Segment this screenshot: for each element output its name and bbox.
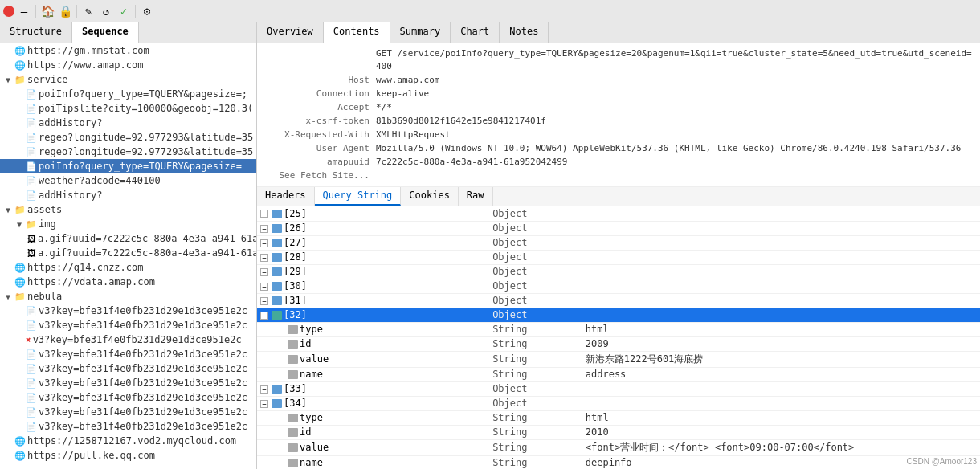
- svg-rect-10: [288, 355, 298, 364]
- data-key-2: −[27]: [257, 235, 489, 250]
- node-icon-15: [286, 426, 300, 438]
- toolbar-settings[interactable]: ⚙: [139, 3, 155, 19]
- tree-text: regeo?longitude=92.977293&latitude=35: [39, 146, 253, 157]
- toolbar-lock[interactable]: 🔒: [57, 3, 73, 19]
- sub-tab-querystring[interactable]: Query String: [315, 187, 402, 206]
- sub-tab-headers[interactable]: Headers: [257, 187, 315, 206]
- tree-item-nb2[interactable]: 📄v3?key=bfe31f4e0fb231d29e1d3ce951e2c: [0, 318, 256, 332]
- sub-tabs: Headers Query String Cookies Raw: [257, 187, 980, 206]
- node-icon-8: [286, 324, 300, 335]
- data-row-1[interactable]: −[26]Object: [257, 221, 980, 235]
- tree-item-regeo1[interactable]: 📄regeo?longitude=92.977293&latitude=35: [0, 130, 256, 145]
- data-row-16[interactable]: valueString<font>营业时间：</font> <font>09:0…: [257, 439, 980, 455]
- sub-tab-cookies[interactable]: Cookies: [401, 187, 459, 206]
- key-text-0: [25]: [284, 208, 307, 219]
- tree-item-cnzz[interactable]: 🌐https://q14.cnzz.com: [0, 260, 256, 275]
- tab-structure[interactable]: Structure: [0, 22, 72, 43]
- data-value-0: [582, 206, 980, 221]
- toolbar-edit[interactable]: ✎: [80, 3, 96, 19]
- data-row-10[interactable]: valueString新港东路1222号601海底捞: [257, 351, 980, 367]
- data-row-6[interactable]: −[31]Object: [257, 293, 980, 308]
- tree-item-nebula[interactable]: ▼📁nebula: [0, 289, 256, 304]
- tree-item-nb8[interactable]: 📄v3?key=bfe31f4e0fb231d29e1d3ce951e2c: [0, 405, 256, 419]
- tree-item-amap1[interactable]: 🌐https://www.amap.com: [0, 58, 256, 72]
- tree-item-weather[interactable]: 📄weather?adcode=440100: [0, 173, 256, 188]
- expand-btn[interactable]: −: [260, 268, 268, 276]
- tree-item-addHistory1[interactable]: 📄addHistory?: [0, 116, 256, 130]
- toolbar-home[interactable]: 🏠: [39, 3, 55, 19]
- tree-item-poiInfoSel[interactable]: 📄poiInfo?query_type=TQUERY&pagesize=: [0, 159, 256, 173]
- tree-item-vdata[interactable]: 🌐https://vdata.amap.com: [0, 275, 256, 289]
- tree-text: poiInfo?query_type=TQUERY&pagesize=;: [39, 88, 247, 100]
- tree-item-nb6[interactable]: 📄v3?key=bfe31f4e0fb231d29e1d3ce951e2c: [0, 376, 256, 390]
- tree-item-img[interactable]: ▼📁img: [0, 217, 256, 231]
- data-key-6: −[31]: [257, 293, 489, 308]
- tree-text: v3?key=bfe31f4e0fb231d29e1d3ce951e2c: [39, 392, 247, 403]
- tab-chart[interactable]: Chart: [451, 22, 500, 43]
- tab-sequence[interactable]: Sequence: [72, 22, 139, 43]
- data-row-4[interactable]: −[29]Object: [257, 264, 980, 279]
- data-row-17[interactable]: nameStringdeepinfo: [257, 455, 980, 469]
- expand-btn[interactable]: −: [260, 312, 268, 320]
- data-value-12: [582, 381, 980, 396]
- tree-item-nb4[interactable]: 📄v3?key=bfe31f4e0fb231d29e1d3ce951e2c: [0, 347, 256, 361]
- tree-item-nb9[interactable]: 📄v3?key=bfe31f4e0fb231d29e1d3ce951e2c: [0, 419, 256, 434]
- data-row-9[interactable]: idString2009: [257, 336, 980, 351]
- expand-btn[interactable]: −: [260, 297, 268, 305]
- expand-btn[interactable]: −: [260, 385, 268, 394]
- expand-btn[interactable]: −: [260, 210, 268, 218]
- tree-item-gm[interactable]: 🌐https://gm.mmstat.com: [0, 43, 256, 58]
- toolbar-refresh[interactable]: ↺: [98, 3, 114, 19]
- expand-btn[interactable]: −: [260, 239, 268, 247]
- expand-btn[interactable]: −: [260, 254, 268, 262]
- toolbar-dash[interactable]: —: [16, 3, 32, 19]
- data-row-0[interactable]: −[25]Object: [257, 206, 980, 221]
- data-row-15[interactable]: idString2010: [257, 425, 980, 439]
- tree-item-vod2[interactable]: 🌐https://1258712167.vod2.myqcloud.com: [0, 434, 256, 448]
- tree-text: https://1258712167.vod2.myqcloud.com: [27, 435, 236, 447]
- tab-notes[interactable]: Notes: [500, 22, 549, 43]
- tree-item-regeo2[interactable]: 📄regeo?longitude=92.977293&latitude=35: [0, 145, 256, 159]
- data-row-7[interactable]: −[32]Object: [257, 308, 980, 322]
- data-row-14[interactable]: typeStringhtml: [257, 410, 980, 425]
- data-key-0: −[25]: [257, 206, 489, 221]
- tree-text: https://www.amap.com: [27, 59, 144, 71]
- node-icon-14: [286, 412, 300, 423]
- tree-item-gif2[interactable]: 🖼a.gif?uuid=7c222c5c-880a-4e3a-a941-61a: [0, 246, 256, 260]
- tab-contents[interactable]: Contents: [324, 22, 390, 43]
- tree-item-addHistory2[interactable]: 📄addHistory?: [0, 188, 256, 202]
- tab-overview[interactable]: Overview: [257, 22, 324, 43]
- tree-item-assets[interactable]: ▼📁assets: [0, 202, 256, 217]
- tree-item-gif1[interactable]: 🖼a.gif?uuid=7c222c5c-880a-4e3a-a941-61a: [0, 231, 256, 246]
- data-row-5[interactable]: −[30]Object: [257, 279, 980, 293]
- data-type-17: String: [489, 455, 582, 469]
- expand-btn[interactable]: −: [260, 225, 268, 233]
- node-icon-17: [286, 457, 300, 468]
- tree-item-nb1[interactable]: 📄v3?key=bfe31f4e0fb231d29e1d3ce951e2c: [0, 304, 256, 318]
- data-row-2[interactable]: −[27]Object: [257, 235, 980, 250]
- tree-item-poiInfo[interactable]: 📄poiInfo?query_type=TQUERY&pagesize=;: [0, 87, 256, 101]
- tree-icon: 📄: [26, 306, 37, 316]
- key-text-11: name: [300, 369, 323, 380]
- tree-item-nb3err[interactable]: ✖v3?key=bfe31f4e0fb231d29e1d3ce951e2c: [0, 332, 256, 347]
- data-row-12[interactable]: −[33]Object: [257, 381, 980, 396]
- tree-toggle: ▼: [3, 206, 13, 214]
- data-row-11[interactable]: nameStringaddress: [257, 367, 980, 381]
- tree-item-nb7[interactable]: 📄v3?key=bfe31f4e0fb231d29e1d3ce951e2c: [0, 390, 256, 405]
- request-row-1: Hostwww.amap.com: [263, 74, 974, 87]
- tree-item-service[interactable]: ▼📁service: [0, 72, 256, 87]
- expand-btn[interactable]: −: [260, 400, 268, 408]
- key-text-2: [27]: [284, 237, 307, 248]
- tree-item-nb5[interactable]: 📄v3?key=bfe31f4e0fb231d29e1d3ce951e2c: [0, 361, 256, 376]
- tab-summary[interactable]: Summary: [390, 22, 451, 43]
- data-row-8[interactable]: typeStringhtml: [257, 322, 980, 336]
- data-row-13[interactable]: −[34]Object: [257, 396, 980, 410]
- data-row-3[interactable]: −[28]Object: [257, 250, 980, 264]
- data-key-3: −[28]: [257, 250, 489, 264]
- toolbar-check[interactable]: ✓: [116, 3, 132, 19]
- toolbar-record[interactable]: [3, 6, 14, 17]
- tree-item-pull[interactable]: 🌐https://pull.ke.qq.com: [0, 448, 256, 463]
- sub-tab-raw[interactable]: Raw: [459, 187, 493, 206]
- tree-item-poiTipslite[interactable]: 📄poiTipslite?city=100000&geoobj=120.3(: [0, 101, 256, 116]
- expand-btn[interactable]: −: [260, 283, 268, 291]
